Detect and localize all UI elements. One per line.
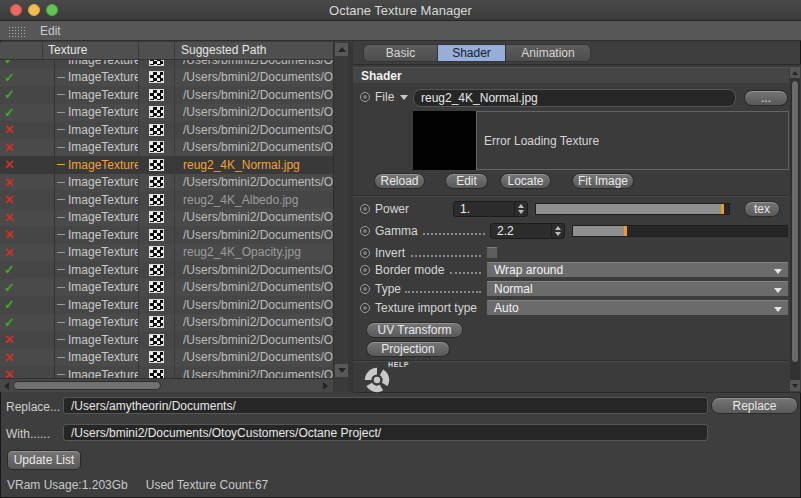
grip-icon[interactable] [8, 26, 25, 37]
table-row[interactable]: ✕ImageTexturereug2_4K_Normal.jpg [0, 156, 333, 174]
replace-button[interactable]: Replace [711, 397, 798, 414]
tree-dash-icon [57, 374, 65, 375]
tree-dash-icon [57, 304, 65, 305]
checker-thumbnail-icon [149, 229, 164, 241]
titlebar[interactable]: Octane Texture Manager [0, 0, 801, 21]
gamma-label: Gamma [375, 223, 418, 239]
projection-button[interactable]: Projection [366, 341, 450, 357]
checker-thumbnail-icon [149, 264, 164, 276]
table-row[interactable]: ✕ImageTexture/Users/bmini2/Documents/Oto [0, 349, 333, 367]
tab-shader[interactable]: Shader [438, 45, 506, 61]
table-row[interactable]: ✓ImageTexture/Users/bmini2/Documents/Oto [0, 60, 333, 69]
column-thumbnail[interactable] [139, 42, 175, 59]
check-icon: ✓ [4, 281, 15, 294]
table-row[interactable]: ✕ImageTexture/Users/bmini2/Documents/Oto [0, 139, 333, 157]
table-row[interactable]: ✓ImageTexture/Users/bmini2/Documents/Oto [0, 104, 333, 122]
table-row[interactable]: ✕ImageTexturereug2_4K_Opacity.jpg [0, 244, 333, 262]
browse-button[interactable]: ... [744, 90, 788, 106]
texture-name: ImageTexture [68, 158, 139, 172]
replace-input[interactable] [63, 397, 708, 414]
type-select[interactable]: Normal [486, 281, 789, 297]
check-icon: ✓ [4, 298, 15, 311]
table-row[interactable]: ✕ImageTexture/Users/bmini2/Documents/Oto [0, 331, 333, 349]
locate-button[interactable]: Locate [500, 173, 551, 189]
tree-dash-icon [57, 252, 65, 253]
chevron-down-icon[interactable] [400, 95, 408, 100]
table-row[interactable]: ✕ImageTexture/Users/bmini2/Documents/Oto [0, 174, 333, 192]
table-header: Texture Suggested Path [0, 42, 333, 60]
texture-name: ImageTexture [68, 193, 139, 207]
horizontal-scroll-thumb[interactable] [13, 381, 161, 390]
scroll-right-icon[interactable] [320, 381, 331, 391]
scroll-up-icon[interactable] [790, 67, 800, 78]
check-icon: ✓ [4, 316, 15, 329]
checker-thumbnail-icon [149, 141, 164, 153]
checker-thumbnail-icon [149, 351, 164, 363]
border-mode-select[interactable]: Wrap around [486, 262, 789, 278]
table-row[interactable]: ✓ImageTexture/Users/bmini2/Documents/Oto [0, 86, 333, 104]
update-list-button[interactable]: Update List [7, 450, 81, 470]
edit-button[interactable]: Edit [445, 173, 488, 189]
with-input[interactable] [63, 424, 708, 441]
tree-dash-icon [57, 94, 65, 95]
tab-animation[interactable]: Animation [506, 45, 590, 61]
tree-dash-icon [57, 77, 65, 78]
power-slider[interactable] [535, 203, 730, 215]
scroll-down-icon[interactable] [335, 364, 348, 377]
table-row[interactable]: ✕ImageTexture/Users/bmini2/Documents/Oto [0, 366, 333, 378]
table-vertical-scrollbar[interactable] [333, 42, 348, 378]
menu-bar: Edit [0, 21, 801, 41]
table-horizontal-scrollbar[interactable] [0, 378, 333, 392]
checker-thumbnail-icon [149, 106, 164, 118]
param-import-type: Texture import type Auto [353, 300, 801, 316]
tex-button[interactable]: tex [744, 201, 780, 217]
suggested-path: /Users/bmini2/Documents/Oto [175, 209, 333, 227]
table-row[interactable]: ✕ImageTexture/Users/bmini2/Documents/Oto [0, 226, 333, 244]
check-icon: ✓ [4, 71, 15, 84]
table-row[interactable]: ✓ImageTexture/Users/bmini2/Documents/Oto [0, 314, 333, 332]
table-row[interactable]: ✕ImageTexture/Users/bmini2/Documents/Oto [0, 209, 333, 227]
stepper-icon[interactable] [514, 202, 527, 216]
file-path-input[interactable] [413, 89, 736, 107]
texture-name: ImageTexture [68, 175, 139, 189]
panel-vertical-scrollbar[interactable] [790, 67, 800, 391]
invert-checkbox[interactable] [486, 247, 498, 259]
reload-button[interactable]: Reload [374, 173, 425, 189]
import-type-select[interactable]: Auto [486, 300, 789, 316]
table-row[interactable]: ✕ImageTexture/Users/bmini2/Documents/Oto [0, 121, 333, 139]
uv-transform-button[interactable]: UV Transform [366, 322, 463, 338]
table-row[interactable]: ✓ImageTexture/Users/bmini2/Documents/Oto [0, 261, 333, 279]
scroll-up-icon[interactable] [335, 43, 348, 56]
menu-edit[interactable]: Edit [34, 21, 67, 41]
stepper-icon[interactable] [551, 224, 564, 238]
column-texture[interactable]: Texture [43, 42, 139, 59]
checker-thumbnail-icon [149, 299, 164, 311]
help-label[interactable]: HELP [388, 361, 409, 368]
x-icon: ✕ [4, 211, 15, 224]
octane-help-logo-icon[interactable] [362, 365, 392, 395]
table-row[interactable]: ✓ImageTexture/Users/bmini2/Documents/Oto [0, 69, 333, 87]
fit-image-button[interactable]: Fit Image [572, 173, 634, 189]
border-mode-label: Border mode [375, 262, 444, 278]
checker-thumbnail-icon [149, 316, 164, 328]
scroll-down-icon[interactable] [790, 380, 800, 391]
column-suggested-path[interactable]: Suggested Path [175, 42, 333, 59]
table-row[interactable]: ✓ImageTexture/Users/bmini2/Documents/Oto [0, 296, 333, 314]
texture-name: ImageTexture [68, 105, 139, 119]
import-type-label: Texture import type [375, 300, 477, 316]
gamma-value-field[interactable]: 2.2 [490, 223, 565, 239]
vertical-scroll-thumb[interactable] [791, 80, 799, 363]
chevron-down-icon [774, 288, 782, 293]
column-status[interactable] [0, 42, 43, 59]
tab-basic[interactable]: Basic [364, 45, 438, 61]
scroll-left-icon[interactable] [1, 381, 12, 391]
with-label: With...... [6, 427, 50, 441]
power-value-field[interactable]: 1. [453, 201, 528, 217]
gamma-slider[interactable] [572, 225, 788, 237]
x-icon: ✕ [4, 176, 15, 189]
tree-dash-icon [57, 182, 65, 183]
table-row[interactable]: ✓ImageTexture/Users/bmini2/Documents/Oto [0, 279, 333, 297]
tab-bar: Basic Shader Animation [363, 44, 591, 62]
check-icon: ✓ [4, 60, 15, 66]
table-row[interactable]: ✕ImageTexturereug2_4K_Albedo.jpg [0, 191, 333, 209]
